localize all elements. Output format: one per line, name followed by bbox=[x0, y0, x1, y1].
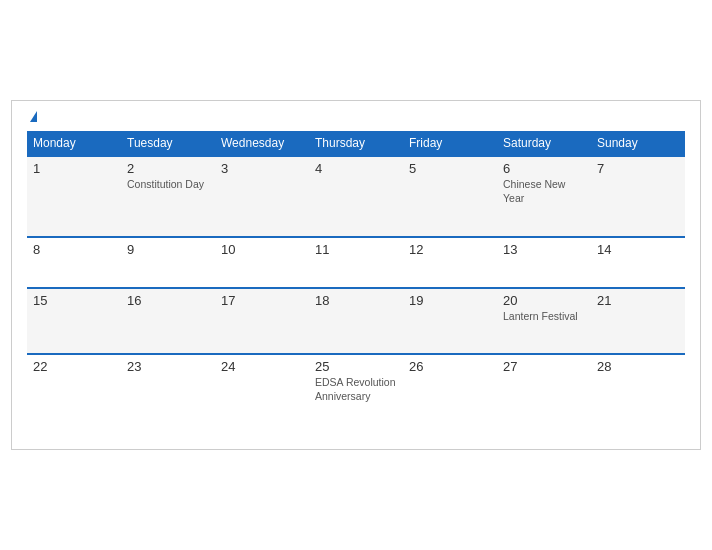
day-cell-9: 9 bbox=[121, 237, 215, 288]
weekday-header-friday: Friday bbox=[403, 131, 497, 156]
week-row-4: 22232425EDSA Revolution Anniversary26272… bbox=[27, 354, 685, 433]
day-number: 15 bbox=[33, 293, 115, 308]
day-number: 17 bbox=[221, 293, 303, 308]
day-cell-7: 7 bbox=[591, 156, 685, 236]
day-cell-27: 27 bbox=[497, 354, 591, 433]
day-number: 6 bbox=[503, 161, 585, 176]
day-number: 22 bbox=[33, 359, 115, 374]
day-cell-15: 15 bbox=[27, 288, 121, 355]
day-cell-1: 1 bbox=[27, 156, 121, 236]
weekday-header-row: MondayTuesdayWednesdayThursdayFridaySatu… bbox=[27, 131, 685, 156]
day-number: 7 bbox=[597, 161, 679, 176]
day-number: 23 bbox=[127, 359, 209, 374]
day-number: 25 bbox=[315, 359, 397, 374]
logo bbox=[27, 111, 37, 123]
day-cell-25: 25EDSA Revolution Anniversary bbox=[309, 354, 403, 433]
weekday-header-sunday: Sunday bbox=[591, 131, 685, 156]
day-number: 28 bbox=[597, 359, 679, 374]
event-label: EDSA Revolution Anniversary bbox=[315, 376, 397, 403]
day-cell-14: 14 bbox=[591, 237, 685, 288]
weekday-header-thursday: Thursday bbox=[309, 131, 403, 156]
day-cell-13: 13 bbox=[497, 237, 591, 288]
day-number: 4 bbox=[315, 161, 397, 176]
day-cell-18: 18 bbox=[309, 288, 403, 355]
weekday-header-saturday: Saturday bbox=[497, 131, 591, 156]
day-cell-24: 24 bbox=[215, 354, 309, 433]
day-cell-8: 8 bbox=[27, 237, 121, 288]
day-cell-28: 28 bbox=[591, 354, 685, 433]
day-number: 26 bbox=[409, 359, 491, 374]
event-label: Chinese New Year bbox=[503, 178, 585, 205]
logo-triangle-icon bbox=[30, 111, 37, 122]
day-cell-17: 17 bbox=[215, 288, 309, 355]
day-number: 8 bbox=[33, 242, 115, 257]
day-number: 20 bbox=[503, 293, 585, 308]
day-cell-19: 19 bbox=[403, 288, 497, 355]
day-number: 1 bbox=[33, 161, 115, 176]
weekday-header-monday: Monday bbox=[27, 131, 121, 156]
day-cell-21: 21 bbox=[591, 288, 685, 355]
day-cell-4: 4 bbox=[309, 156, 403, 236]
event-label: Lantern Festival bbox=[503, 310, 585, 324]
day-cell-12: 12 bbox=[403, 237, 497, 288]
day-cell-16: 16 bbox=[121, 288, 215, 355]
week-row-1: 12Constitution Day3456Chinese New Year7 bbox=[27, 156, 685, 236]
day-number: 3 bbox=[221, 161, 303, 176]
day-number: 21 bbox=[597, 293, 679, 308]
calendar-container: MondayTuesdayWednesdayThursdayFridaySatu… bbox=[11, 100, 701, 449]
day-number: 12 bbox=[409, 242, 491, 257]
day-cell-10: 10 bbox=[215, 237, 309, 288]
day-number: 27 bbox=[503, 359, 585, 374]
calendar-table: MondayTuesdayWednesdayThursdayFridaySatu… bbox=[27, 131, 685, 433]
day-number: 24 bbox=[221, 359, 303, 374]
week-row-3: 151617181920Lantern Festival21 bbox=[27, 288, 685, 355]
day-cell-11: 11 bbox=[309, 237, 403, 288]
day-number: 14 bbox=[597, 242, 679, 257]
day-cell-2: 2Constitution Day bbox=[121, 156, 215, 236]
weekday-header-wednesday: Wednesday bbox=[215, 131, 309, 156]
week-row-2: 891011121314 bbox=[27, 237, 685, 288]
day-cell-23: 23 bbox=[121, 354, 215, 433]
day-number: 16 bbox=[127, 293, 209, 308]
event-label: Constitution Day bbox=[127, 178, 209, 192]
day-cell-5: 5 bbox=[403, 156, 497, 236]
day-number: 10 bbox=[221, 242, 303, 257]
day-cell-22: 22 bbox=[27, 354, 121, 433]
day-number: 11 bbox=[315, 242, 397, 257]
day-cell-3: 3 bbox=[215, 156, 309, 236]
day-cell-20: 20Lantern Festival bbox=[497, 288, 591, 355]
day-cell-6: 6Chinese New Year bbox=[497, 156, 591, 236]
day-number: 13 bbox=[503, 242, 585, 257]
day-number: 2 bbox=[127, 161, 209, 176]
day-cell-26: 26 bbox=[403, 354, 497, 433]
day-number: 18 bbox=[315, 293, 397, 308]
day-number: 19 bbox=[409, 293, 491, 308]
day-number: 5 bbox=[409, 161, 491, 176]
calendar-header bbox=[27, 111, 685, 123]
weekday-header-tuesday: Tuesday bbox=[121, 131, 215, 156]
day-number: 9 bbox=[127, 242, 209, 257]
